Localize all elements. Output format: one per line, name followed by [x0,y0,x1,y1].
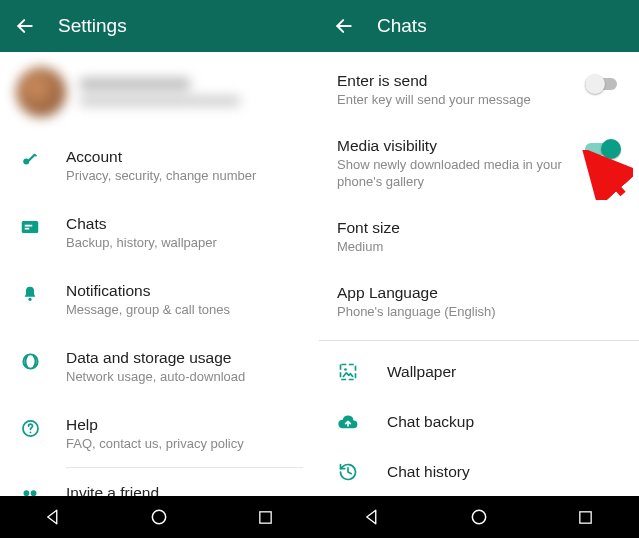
row-label: Wallpaper [387,363,456,381]
menu-label: Data and storage usage [66,349,245,367]
svg-point-13 [153,510,166,523]
svg-rect-19 [580,511,591,522]
profile-text [80,78,240,106]
nav-back-button[interactable] [42,506,64,528]
nav-home-button[interactable] [148,506,170,528]
row-chat-history[interactable]: Chat history [319,447,639,496]
setting-enter-is-send[interactable]: Enter is send Enter key will send your m… [319,58,639,123]
setting-desc: Medium [337,239,613,256]
history-icon [337,461,359,483]
setting-label: Media visibility [337,137,565,155]
appbar-title: Chats [377,15,427,37]
menu-item-chats[interactable]: Chats Backup, history, wallpaper [0,199,319,266]
menu-item-invite[interactable]: Invite a friend [0,468,319,496]
nav-home-button[interactable] [468,506,490,528]
menu-item-help[interactable]: Help FAQ, contact us, privacy policy [0,400,319,467]
svg-rect-5 [25,225,33,227]
settings-screen: Settings Account Privacy, security, chan… [0,0,319,538]
menu-desc: Message, group & call tones [66,302,230,317]
wallpaper-icon [337,361,359,383]
setting-label: Enter is send [337,72,565,90]
toggle-enter-is-send[interactable] [585,74,621,94]
cloud-up-icon [337,411,359,433]
setting-media-visibility[interactable]: Media visibility Show newly downloaded m… [319,123,639,205]
menu-item-account[interactable]: Account Privacy, security, change number [0,132,319,199]
appbar-title: Settings [58,15,127,37]
data-icon [20,351,40,371]
svg-rect-6 [25,228,30,230]
chats-content: Enter is send Enter key will send your m… [319,52,639,496]
toggle-media-visibility[interactable] [585,139,621,159]
row-label: Chat history [387,463,470,481]
svg-point-17 [344,369,347,372]
chat-icon [20,217,40,237]
menu-desc: Network usage, auto-download [66,369,245,384]
row-label: Chat backup [387,413,474,431]
appbar-settings: Settings [0,0,319,52]
setting-font-size[interactable]: Font size Medium [319,205,639,270]
svg-point-18 [472,510,485,523]
menu-item-data[interactable]: Data and storage usage Network usage, au… [0,333,319,400]
back-button[interactable] [333,15,355,37]
svg-point-10 [29,431,31,433]
nav-recent-button[interactable] [575,506,597,528]
key-icon [20,150,40,170]
profile-row[interactable] [0,52,319,132]
android-navbar [0,496,319,538]
divider [319,340,639,341]
chats-settings-screen: Chats Enter is send Enter key will send … [319,0,639,538]
menu-item-notifications[interactable]: Notifications Message, group & call tone… [0,266,319,333]
svg-rect-4 [22,221,39,233]
menu-label: Chats [66,215,217,233]
setting-label: Font size [337,219,613,237]
bell-icon [20,284,40,304]
menu-label: Help [66,416,244,434]
nav-back-button[interactable] [361,506,383,528]
svg-point-1 [23,159,29,165]
people-icon [20,486,40,496]
back-button[interactable] [14,15,36,37]
row-chat-backup[interactable]: Chat backup [319,397,639,447]
svg-point-7 [28,298,31,301]
back-arrow-icon [15,16,35,36]
android-navbar [319,496,639,538]
appbar-chats: Chats [319,0,639,52]
setting-label: App Language [337,284,613,302]
menu-label: Invite a friend [66,484,159,496]
row-wallpaper[interactable]: Wallpaper [319,347,639,397]
settings-content: Account Privacy, security, change number… [0,52,319,496]
avatar [16,67,66,117]
svg-rect-16 [341,365,356,380]
menu-desc: Backup, history, wallpaper [66,235,217,250]
setting-desc: Enter key will send your message [337,92,565,109]
setting-desc: Show newly downloaded media in your phon… [337,157,565,191]
menu-label: Notifications [66,282,230,300]
menu-desc: FAQ, contact us, privacy policy [66,436,244,451]
menu-label: Account [66,148,256,166]
back-arrow-icon [334,16,354,36]
help-icon [20,418,40,438]
nav-recent-button[interactable] [255,506,277,528]
setting-desc: Phone's language (English) [337,304,613,321]
setting-app-language[interactable]: App Language Phone's language (English) [319,270,639,335]
menu-desc: Privacy, security, change number [66,168,256,183]
svg-rect-14 [260,511,271,522]
